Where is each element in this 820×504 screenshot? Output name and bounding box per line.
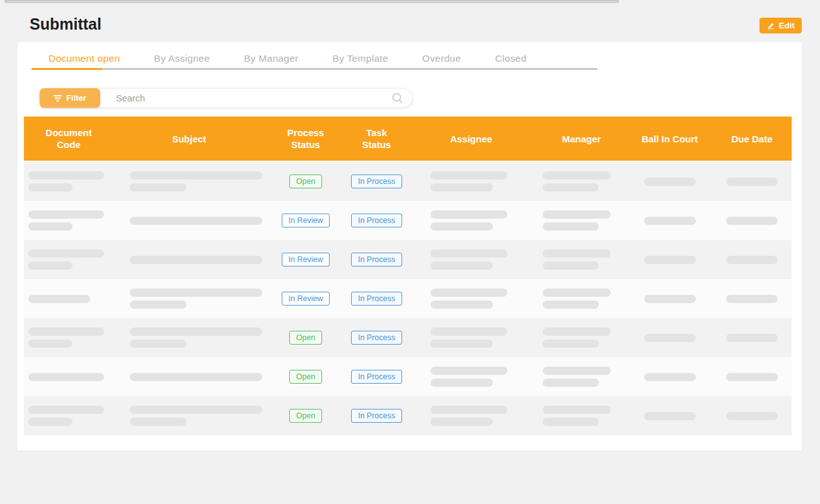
tab-by-template[interactable]: By Template bbox=[316, 47, 405, 70]
skeleton-pill bbox=[28, 249, 104, 258]
manager-cell bbox=[536, 279, 627, 318]
process-status-cell: Open bbox=[265, 162, 347, 201]
skeleton-pill bbox=[543, 289, 611, 297]
ball-in-court-cell bbox=[627, 357, 712, 396]
document-code-cell bbox=[24, 279, 113, 318]
skeleton-pill bbox=[543, 171, 611, 180]
ball-in-court-cell bbox=[627, 201, 712, 240]
table-row[interactable]: In ReviewIn Process bbox=[24, 279, 792, 318]
process-status-badge: Open bbox=[289, 370, 323, 384]
table-row[interactable]: In ReviewIn Process bbox=[24, 240, 792, 279]
tab-by-manager[interactable]: By Manager bbox=[227, 47, 316, 70]
skeleton-pill bbox=[130, 183, 187, 192]
subject-cell bbox=[113, 240, 265, 279]
ball-in-court-cell bbox=[627, 318, 712, 357]
task-status-badge: In Process bbox=[351, 370, 402, 384]
skeleton-pill bbox=[28, 261, 72, 270]
process-status-badge: In Review bbox=[282, 292, 330, 306]
skeleton-pill bbox=[726, 295, 778, 303]
skeleton-pill bbox=[543, 418, 599, 426]
process-status-cell: Open bbox=[265, 357, 347, 396]
task-status-cell: In Process bbox=[347, 201, 407, 240]
edit-button[interactable]: Edit bbox=[759, 18, 802, 33]
skeleton-pill bbox=[430, 249, 507, 258]
skeleton-pill bbox=[644, 256, 696, 264]
skeleton-pill bbox=[130, 373, 262, 381]
task-status-badge: In Process bbox=[351, 409, 402, 423]
skeleton-pill bbox=[726, 217, 778, 225]
tab-closed[interactable]: Closed bbox=[478, 47, 543, 70]
table-row[interactable]: OpenIn Process bbox=[24, 318, 792, 357]
task-status-badge: In Process bbox=[351, 292, 402, 306]
manager-cell bbox=[536, 318, 627, 357]
skeleton-pill bbox=[28, 295, 90, 303]
manager-cell bbox=[536, 162, 627, 201]
skeleton-pill bbox=[28, 171, 104, 180]
magnifier-icon[interactable] bbox=[391, 92, 404, 105]
assignee-cell bbox=[407, 357, 536, 396]
skeleton-pill bbox=[130, 418, 187, 426]
skeleton-pill bbox=[726, 256, 778, 264]
skeleton-pill bbox=[28, 222, 72, 231]
assignee-cell bbox=[407, 162, 536, 201]
skeleton-pill bbox=[543, 340, 599, 348]
ball-in-court-cell bbox=[627, 162, 712, 201]
task-status-cell: In Process bbox=[347, 318, 407, 357]
skeleton-pill bbox=[130, 340, 187, 348]
task-status-cell: In Process bbox=[347, 240, 407, 279]
skeleton-pill bbox=[130, 328, 262, 336]
subject-cell bbox=[113, 279, 265, 318]
manager-cell bbox=[536, 240, 627, 279]
ball-in-court-cell bbox=[627, 240, 712, 279]
column-header-subject: Subject bbox=[113, 133, 265, 145]
table-row[interactable]: OpenIn Process bbox=[24, 396, 792, 435]
search-input[interactable] bbox=[100, 93, 391, 103]
skeleton-pill bbox=[543, 210, 611, 219]
content-card: Document openBy AssigneeBy ManagerBy Tem… bbox=[18, 42, 802, 450]
table-row[interactable]: OpenIn Process bbox=[24, 162, 792, 201]
column-header-label: Task Status bbox=[362, 127, 391, 151]
skeleton-pill bbox=[543, 379, 599, 387]
subject-cell bbox=[113, 201, 265, 240]
tab-document-open[interactable]: Document open bbox=[32, 47, 137, 70]
skeleton-pill bbox=[28, 210, 104, 219]
skeleton-pill bbox=[28, 373, 104, 381]
skeleton-pill bbox=[430, 183, 493, 192]
tab-overdue[interactable]: Overdue bbox=[405, 47, 478, 70]
column-header-label: Ball In Court bbox=[642, 133, 698, 145]
skeleton-pill bbox=[430, 210, 507, 219]
column-header-due-date: Due Date bbox=[712, 133, 792, 145]
search-bar: Filter bbox=[39, 88, 413, 108]
process-status-badge: In Review bbox=[282, 253, 330, 266]
skeleton-pill bbox=[543, 222, 599, 231]
task-status-cell: In Process bbox=[347, 396, 407, 435]
due-date-cell bbox=[712, 279, 792, 318]
skeleton-pill bbox=[644, 295, 696, 303]
task-status-cell: In Process bbox=[347, 279, 407, 318]
process-status-badge: Open bbox=[289, 175, 323, 188]
submittal-table: Document CodeSubjectProcess StatusTask S… bbox=[24, 117, 792, 435]
skeleton-pill bbox=[28, 340, 72, 348]
skeleton-pill bbox=[726, 334, 778, 342]
column-header-task-status: Task Status bbox=[347, 127, 407, 151]
due-date-cell bbox=[712, 396, 792, 435]
document-code-cell bbox=[24, 357, 113, 396]
skeleton-pill bbox=[543, 406, 611, 414]
ball-in-court-cell bbox=[627, 279, 712, 318]
skeleton-pill bbox=[430, 367, 507, 375]
task-status-badge: In Process bbox=[351, 214, 402, 227]
table-row[interactable]: OpenIn Process bbox=[24, 357, 792, 396]
skeleton-pill bbox=[430, 406, 507, 414]
skeleton-pill bbox=[130, 406, 262, 414]
skeleton-pill bbox=[130, 301, 187, 309]
tab-by-assignee[interactable]: By Assignee bbox=[137, 47, 227, 70]
skeleton-pill bbox=[543, 301, 599, 309]
due-date-cell bbox=[712, 357, 792, 396]
table-row[interactable]: In ReviewIn Process bbox=[24, 201, 792, 240]
manager-cell bbox=[536, 201, 627, 240]
filter-button[interactable]: Filter bbox=[40, 88, 100, 108]
column-header-ball-in-court: Ball In Court bbox=[627, 133, 712, 145]
task-status-badge: In Process bbox=[351, 253, 402, 266]
skeleton-pill bbox=[430, 301, 493, 309]
edit-pen-icon bbox=[766, 21, 775, 30]
